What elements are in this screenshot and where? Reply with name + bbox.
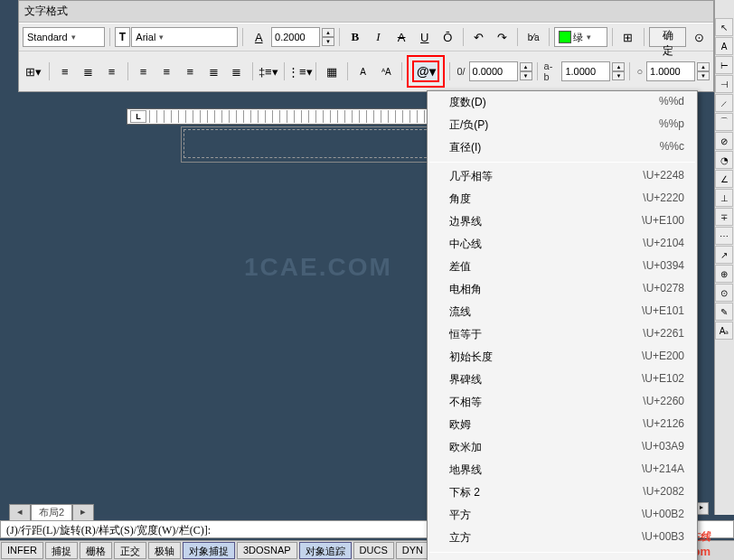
menu-item[interactable]: 立方\U+00B3	[428, 527, 697, 549]
rtool-dim3-icon[interactable]: ⟋	[715, 94, 733, 112]
uppercase-button[interactable]: A	[353, 61, 374, 81]
menu-item[interactable]: 流线\U+E101	[428, 301, 697, 323]
toolbar-title: 文字格式	[19, 1, 713, 23]
widthfactor-spinner[interactable]: ▲▼	[697, 62, 710, 80]
annotative-icon[interactable]: A	[248, 27, 269, 47]
lowercase-button[interactable]: ᴬA	[376, 61, 398, 81]
menu-item[interactable]: 欧米加\U+03A9	[428, 436, 697, 459]
bold-button[interactable]: B	[344, 27, 366, 47]
rtool-dia-icon[interactable]: ⊘	[715, 132, 733, 150]
mtext-editor[interactable]	[181, 126, 434, 163]
font-family-dropdown[interactable]: Arial	[131, 27, 238, 47]
widthfactor-input[interactable]	[646, 61, 695, 81]
field-button[interactable]: ▦	[321, 61, 343, 81]
menu-item[interactable]: 不间断空格(S)Ctrl+Shift+Space	[428, 555, 697, 560]
status-toggle[interactable]: DUCS	[353, 542, 394, 559]
text-color-dropdown[interactable]: 绿	[554, 27, 607, 47]
rtool-dim-icon[interactable]: ⊢	[715, 56, 733, 74]
menu-item[interactable]: 中心线\U+2104	[428, 233, 697, 256]
status-toggle[interactable]: 正交	[114, 542, 146, 559]
stack-fraction-button[interactable]: b⁄a	[522, 27, 544, 47]
right-toolbar: ↖ A ⊢ ⊣ ⟋ ⌒ ⊘ ◔ ∠ ⊥ ∓ ⋯ ↗ ⊕ ⊙ ✎ Aₐ	[714, 0, 734, 515]
status-toggle[interactable]: 对象捕捉	[183, 542, 235, 559]
layout-tab-arrow[interactable]: ◂	[9, 504, 31, 520]
oblique-icon: 0/	[455, 66, 466, 77]
menu-item[interactable]: 差值\U+0394	[428, 256, 697, 278]
text-style-dropdown[interactable]: Standard	[23, 27, 105, 47]
rtool-rad-icon[interactable]: ◔	[715, 151, 733, 169]
rtool-ord-icon[interactable]: ⊥	[715, 189, 733, 207]
undo-button[interactable]: ↶	[468, 27, 490, 47]
rtool-style-icon[interactable]: Aₐ	[715, 322, 733, 340]
ruler-tab-icon[interactable]: L	[130, 110, 146, 123]
rtool-dim2-icon[interactable]: ⊣	[715, 75, 733, 93]
menu-item[interactable]: 界碑线\U+E102	[428, 369, 697, 391]
text-height-input[interactable]	[271, 27, 320, 47]
status-toggle[interactable]: 对象追踪	[299, 542, 352, 559]
menu-item[interactable]: 正/负(P)%%p	[428, 114, 697, 136]
italic-button[interactable]: I	[368, 27, 390, 47]
menu-item[interactable]: 欧姆\U+2126	[428, 414, 697, 436]
height-spinner[interactable]: ▲▼	[322, 28, 334, 46]
rtool-tol-icon[interactable]: ⊕	[715, 265, 733, 283]
rtool-cen-icon[interactable]: ⊙	[715, 284, 733, 302]
align-center-button[interactable]: ≡	[155, 61, 177, 81]
menu-item[interactable]: 几乎相等\U+2248	[428, 165, 697, 188]
rtool-base-icon[interactable]: ∓	[715, 208, 733, 226]
align-dist-button[interactable]: ≣	[226, 61, 248, 81]
status-toggle[interactable]: INFER	[1, 542, 43, 559]
menu-item[interactable]: 角度\U+2220	[428, 188, 697, 210]
linespace-button[interactable]: ‡≡▾	[258, 61, 279, 81]
ruler-button[interactable]: ⊞	[617, 27, 639, 47]
menu-item[interactable]: 地界线\U+214A	[428, 459, 697, 481]
status-toggle[interactable]: 捕捉	[45, 542, 78, 559]
rtool-edit-icon[interactable]: ✎	[715, 303, 733, 321]
symbol-button-highlight: @▾	[407, 55, 445, 88]
oblique-spinner[interactable]: ▲▼	[520, 62, 532, 80]
menu-item[interactable]: 度数(D)%%d	[428, 91, 697, 114]
rtool-ang-icon[interactable]: ∠	[715, 170, 733, 188]
layout-tabs: ◂ 布局2 ▸	[9, 504, 94, 520]
numbering-button[interactable]: ⋮≡▾	[289, 61, 311, 81]
color-swatch-icon	[559, 31, 571, 43]
underline-button[interactable]: U	[414, 27, 436, 47]
menu-item[interactable]: 直径(I)%%c	[428, 136, 697, 159]
menu-item[interactable]: 初始长度\U+E200	[428, 346, 697, 369]
align-justify-button[interactable]: ≣	[202, 61, 224, 81]
rtool-a-icon[interactable]: A	[715, 37, 733, 55]
layout-tab[interactable]: 布局2	[31, 504, 72, 520]
tracking-input[interactable]	[561, 61, 610, 81]
symbol-button[interactable]: @▾	[412, 61, 439, 82]
symbol-context-menu: 度数(D)%%d正/负(P)%%p直径(I)%%c几乎相等\U+2248角度\U…	[427, 90, 698, 560]
rtool-cursor-icon[interactable]: ↖	[715, 18, 733, 36]
menu-item[interactable]: 恒等于\U+2261	[428, 323, 697, 346]
menu-item[interactable]: 电相角\U+0278	[428, 278, 697, 301]
status-toggle[interactable]: DYN	[396, 542, 429, 559]
status-toggle[interactable]: 栅格	[80, 542, 112, 559]
rtool-cont-icon[interactable]: ⋯	[715, 227, 733, 245]
redo-button[interactable]: ↷	[492, 27, 513, 47]
menu-item[interactable]: 不相等\U+2260	[428, 391, 697, 414]
tracking-icon: a-b	[542, 61, 560, 82]
ok-button[interactable]: 确定	[649, 27, 687, 47]
justify-button[interactable]: ⊞▾	[23, 61, 44, 81]
status-toggle[interactable]: 极轴	[148, 542, 181, 559]
options-button[interactable]: ⊙	[688, 27, 710, 47]
menu-item[interactable]: 下标 2\U+2082	[428, 481, 697, 504]
menu-separator	[429, 162, 695, 163]
para-2-button[interactable]: ≣	[78, 61, 99, 81]
para-1-button[interactable]: ≡	[54, 61, 76, 81]
para-3-button[interactable]: ≡	[101, 61, 123, 81]
rtool-lead-icon[interactable]: ↗	[715, 246, 733, 264]
menu-item[interactable]: 边界线\U+E100	[428, 210, 697, 233]
overline-button[interactable]: Ō	[438, 27, 459, 47]
layout-tab-arrow-r[interactable]: ▸	[72, 504, 94, 520]
status-toggle[interactable]: 3DOSNAP	[237, 542, 297, 559]
strikethrough-button[interactable]: A	[391, 27, 412, 47]
rtool-arc-icon[interactable]: ⌒	[715, 113, 733, 131]
oblique-input[interactable]	[469, 61, 518, 81]
align-right-button[interactable]: ≡	[179, 61, 201, 81]
tracking-spinner[interactable]: ▲▼	[612, 62, 625, 80]
menu-item[interactable]: 平方\U+00B2	[428, 504, 697, 527]
align-left-button[interactable]: ≡	[133, 61, 155, 81]
